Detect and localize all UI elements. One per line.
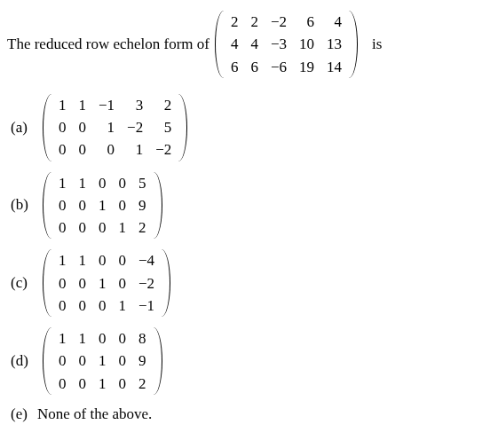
paren-right-icon xyxy=(178,94,187,161)
matrix-cell: −1 xyxy=(132,295,161,317)
matrix-cell: 3 xyxy=(121,94,149,116)
matrix-cell: 0 xyxy=(92,172,113,194)
option-b: (b) 1 1 0 0 5 0 0 1 0 9 0 xyxy=(11,172,483,240)
option-label: (b) xyxy=(11,196,37,214)
matrix-body: 2 2 −2 6 4 4 4 −3 10 13 6 6 −6 19 14 xyxy=(225,11,348,78)
matrix-cell: 13 xyxy=(320,33,348,55)
matrix-cell: −6 xyxy=(265,56,293,78)
matrix-cell: −2 xyxy=(121,116,149,138)
option-matrix: 1 1 −1 3 2 0 0 1 −2 5 0 0 0 1 xyxy=(43,94,187,161)
matrix-cell: 0 xyxy=(52,295,73,317)
matrix-cell: −2 xyxy=(265,11,293,33)
matrix-cell: 2 xyxy=(225,11,245,33)
matrix-cell: 2 xyxy=(132,373,153,395)
matrix-cell: 14 xyxy=(320,56,348,78)
paren-left-icon xyxy=(43,249,52,317)
option-label: (e) xyxy=(11,405,37,423)
matrix-cell: 0 xyxy=(92,327,113,350)
matrix-cell: 1 xyxy=(92,373,113,395)
matrix-cell: 5 xyxy=(149,116,178,138)
matrix-cell: 1 xyxy=(92,116,121,138)
question-matrix: 2 2 −2 6 4 4 4 −3 10 13 6 6 −6 19 14 xyxy=(215,11,358,78)
paren-right-icon xyxy=(348,11,358,78)
matrix-cell: 0 xyxy=(92,216,113,239)
matrix-cell: 6 xyxy=(244,56,265,78)
matrix-body: 1 1 −1 3 2 0 0 1 −2 5 0 0 0 1 xyxy=(52,94,178,161)
question-line: The reduced row echelon form of 2 2 −2 6… xyxy=(7,11,483,78)
matrix-cell: 1 xyxy=(52,327,73,350)
matrix-cell: 0 xyxy=(73,116,93,138)
matrix-cell: 9 xyxy=(132,350,153,372)
matrix-cell: 1 xyxy=(73,172,93,194)
matrix-cell: 0 xyxy=(113,194,133,216)
option-d: (d) 1 1 0 0 8 0 0 1 0 9 0 xyxy=(11,327,483,395)
matrix-cell: 0 xyxy=(113,350,133,372)
matrix-cell: 1 xyxy=(92,350,113,372)
matrix-cell: 6 xyxy=(293,11,320,33)
option-matrix: 1 1 0 0 −4 0 0 1 0 −2 0 0 0 1 xyxy=(43,249,170,317)
matrix-cell: 0 xyxy=(113,249,133,271)
matrix-cell: 1 xyxy=(113,295,133,317)
matrix-cell: 1 xyxy=(92,272,113,295)
matrix-cell: 0 xyxy=(113,272,133,295)
matrix-cell: 8 xyxy=(132,327,153,350)
matrix-cell: 0 xyxy=(113,172,133,194)
matrix-cell: 10 xyxy=(293,33,320,55)
matrix-cell: 9 xyxy=(132,194,153,216)
question-prefix: The reduced row echelon form of xyxy=(7,35,209,53)
option-matrix: 1 1 0 0 5 0 0 1 0 9 0 0 0 1 xyxy=(43,172,162,240)
matrix-cell: 1 xyxy=(52,94,73,116)
matrix-cell: 2 xyxy=(244,11,265,33)
paren-right-icon xyxy=(153,327,162,395)
matrix-cell: −2 xyxy=(132,272,161,295)
matrix-cell: 1 xyxy=(121,138,149,161)
matrix-cell: 0 xyxy=(113,373,133,395)
matrix-cell: 1 xyxy=(73,327,93,350)
matrix-cell: 2 xyxy=(149,94,178,116)
option-label: (c) xyxy=(11,274,37,292)
matrix-cell: −2 xyxy=(149,138,178,161)
paren-right-icon xyxy=(161,249,170,317)
option-c: (c) 1 1 0 0 −4 0 0 1 0 −2 xyxy=(11,249,483,317)
matrix-cell: 4 xyxy=(320,11,348,33)
matrix-cell: 1 xyxy=(52,249,73,271)
matrix-cell: −1 xyxy=(92,94,121,116)
matrix-body: 1 1 0 0 5 0 0 1 0 9 0 0 0 1 xyxy=(52,172,153,240)
option-text: None of the above. xyxy=(37,405,152,423)
option-a: (a) 1 1 −1 3 2 0 0 1 −2 5 xyxy=(11,94,483,161)
matrix-cell: 5 xyxy=(132,172,153,194)
matrix-cell: 0 xyxy=(52,138,73,161)
matrix-cell: 19 xyxy=(293,56,320,78)
paren-left-icon xyxy=(43,327,52,395)
matrix-cell: 0 xyxy=(92,249,113,271)
paren-left-icon xyxy=(43,94,52,161)
matrix-cell: 0 xyxy=(73,373,93,395)
matrix-cell: 0 xyxy=(52,373,73,395)
matrix-cell: 1 xyxy=(73,249,93,271)
matrix-body: 1 1 0 0 8 0 0 1 0 9 0 0 1 0 xyxy=(52,327,153,395)
matrix-cell: −3 xyxy=(265,33,293,55)
matrix-cell: 0 xyxy=(52,116,73,138)
matrix-body: 1 1 0 0 −4 0 0 1 0 −2 0 0 0 1 xyxy=(52,249,161,317)
matrix-cell: 0 xyxy=(73,216,93,239)
matrix-cell: 0 xyxy=(52,194,73,216)
matrix-cell: 1 xyxy=(73,94,93,116)
matrix-cell: 0 xyxy=(73,138,93,161)
matrix-cell: 0 xyxy=(73,350,93,372)
matrix-cell: 0 xyxy=(73,295,93,317)
matrix-cell: 0 xyxy=(52,272,73,295)
matrix-cell: 0 xyxy=(73,194,93,216)
matrix-cell: 1 xyxy=(92,194,113,216)
option-label: (d) xyxy=(11,352,37,370)
option-matrix: 1 1 0 0 8 0 0 1 0 9 0 0 1 0 xyxy=(43,327,162,395)
matrix-cell: 4 xyxy=(244,33,265,55)
question-trailing: is xyxy=(372,35,382,53)
option-label: (a) xyxy=(11,119,37,137)
matrix-cell: 4 xyxy=(225,33,245,55)
matrix-cell: 0 xyxy=(52,216,73,239)
paren-left-icon xyxy=(43,172,52,240)
matrix-cell: −4 xyxy=(132,249,161,271)
matrix-cell: 0 xyxy=(92,138,121,161)
matrix-cell: 1 xyxy=(52,172,73,194)
matrix-cell: 6 xyxy=(225,56,245,78)
